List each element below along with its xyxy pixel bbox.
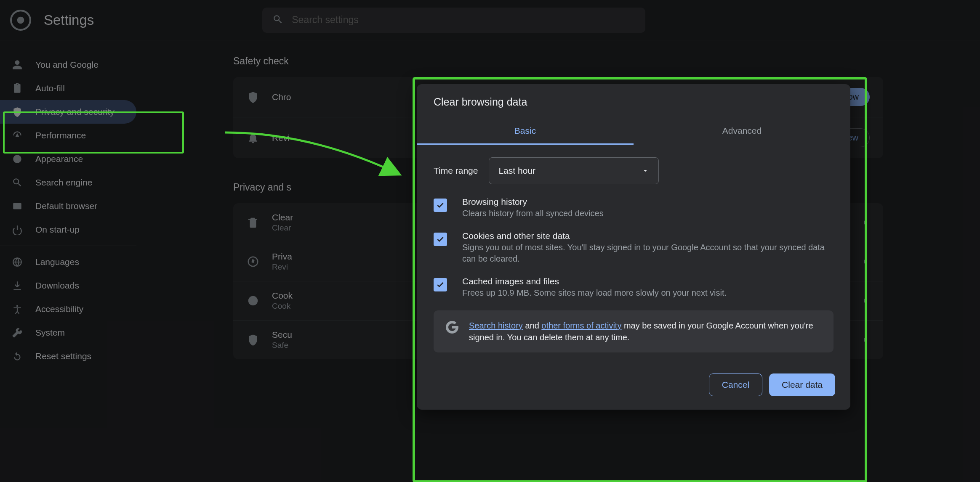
option-desc: Frees up 10.9 MB. Some sites may load mo… [462, 287, 727, 299]
checkbox-browsing-history[interactable] [434, 199, 447, 212]
dropdown-value: Last hour [498, 166, 535, 176]
google-icon [445, 320, 460, 335]
time-range-dropdown[interactable]: Last hour [489, 157, 659, 184]
option-cookies: Cookies and other site data Signs you ou… [434, 231, 834, 265]
option-title: Cached images and files [462, 276, 727, 286]
google-account-info: Search history and other forms of activi… [434, 310, 834, 352]
chevron-down-icon [642, 167, 649, 175]
dialog-title: Clear browsing data [417, 84, 850, 118]
tab-advanced[interactable]: Advanced [634, 118, 850, 145]
option-cached: Cached images and files Frees up 10.9 MB… [434, 276, 834, 299]
option-browsing-history: Browsing history Clears history from all… [434, 197, 834, 219]
info-text-mid: and [523, 321, 541, 330]
clear-browsing-data-dialog: Clear browsing data Basic Advanced Time … [417, 84, 850, 410]
info-text: Search history and other forms of activi… [469, 320, 823, 343]
time-range-label: Time range [434, 166, 478, 176]
option-title: Cookies and other site data [462, 231, 834, 241]
option-desc: Clears history from all synced devices [462, 208, 604, 219]
dialog-tabs: Basic Advanced [417, 118, 850, 145]
option-desc: Signs you out of most sites. You'll stay… [462, 242, 834, 265]
checkbox-cookies[interactable] [434, 233, 447, 246]
link-other-activity[interactable]: other forms of activity [541, 321, 621, 330]
clear-data-button[interactable]: Clear data [769, 373, 835, 396]
option-title: Browsing history [462, 197, 604, 207]
tab-basic[interactable]: Basic [417, 118, 634, 145]
cancel-button[interactable]: Cancel [709, 373, 762, 396]
checkbox-cached[interactable] [434, 278, 447, 291]
link-search-history[interactable]: Search history [469, 321, 523, 330]
